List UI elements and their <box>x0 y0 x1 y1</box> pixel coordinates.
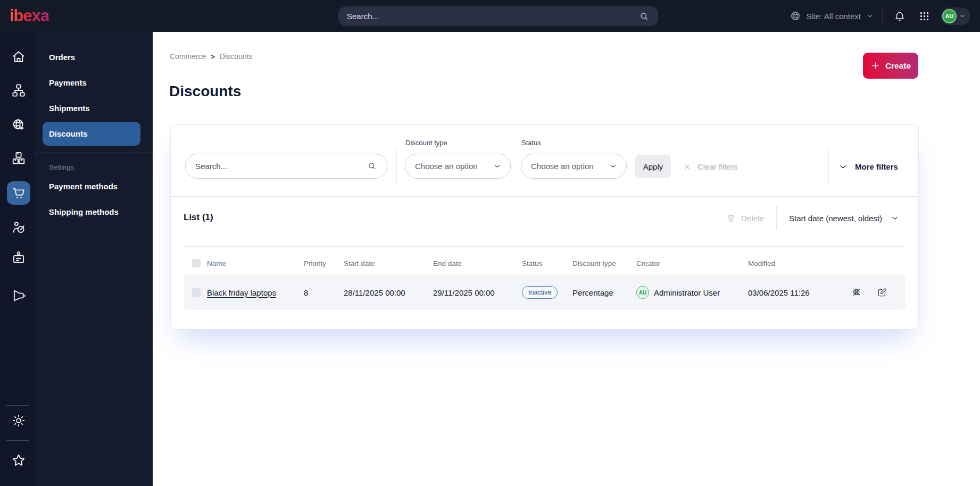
user-menu[interactable]: AU <box>941 7 970 25</box>
topbar-right: Site: All context AU <box>790 0 970 32</box>
clear-filters-button[interactable]: Clear filters <box>683 155 738 178</box>
column-header-start-date: Start date <box>344 259 433 267</box>
column-header-modified: Modified <box>748 259 844 267</box>
sidebar-item-customers[interactable] <box>7 216 30 239</box>
search-icon[interactable] <box>639 11 650 22</box>
menu-item-payment-methods[interactable]: Payment methods <box>35 173 153 199</box>
topbar: ibexa Site: All context <box>0 0 980 32</box>
column-header-end-date: End date <box>433 259 522 267</box>
sidebar-item-marketing[interactable] <box>7 284 30 307</box>
rail-divider <box>6 405 29 406</box>
menu-item-payments[interactable]: Payments <box>35 70 153 95</box>
sidebar-item-content-tree[interactable] <box>7 79 30 102</box>
sidebar-item-id-badge[interactable] <box>7 246 30 270</box>
apply-button[interactable]: Apply <box>635 155 671 178</box>
menu-item-shipments[interactable]: Shipments <box>35 95 153 121</box>
discounts-card: Discount type Choose an option Status Ch… <box>170 124 919 330</box>
content-tree-icon <box>11 82 27 98</box>
menu-item-discounts[interactable]: Discounts <box>43 122 140 146</box>
menu-item-orders[interactable]: Orders <box>35 44 153 70</box>
modified-value: 03/06/2025 11:26 <box>748 288 844 297</box>
table-row: Black friday laptops 8 28/11/2025 00:00 … <box>184 275 906 310</box>
commerce-menu: Orders Payments Shipments Discounts Sett… <box>35 32 153 486</box>
creator-avatar: AU <box>636 286 649 299</box>
table-rule <box>184 246 906 247</box>
chevron-down-icon <box>890 213 900 223</box>
row-checkbox[interactable] <box>192 288 201 297</box>
sidebar-item-bookmarks[interactable] <box>7 449 30 472</box>
column-header-name: Name <box>207 259 304 267</box>
menu-item-shipping-methods[interactable]: Shipping methods <box>35 199 153 224</box>
create-button-label: Create <box>885 61 911 71</box>
column-header-status: Status <box>522 259 572 267</box>
table-header: Name Priority Start date End date Status… <box>184 253 906 274</box>
clear-filters-label: Clear filters <box>697 162 738 171</box>
global-search-input[interactable] <box>347 12 639 21</box>
sidebar-item-commerce[interactable] <box>7 181 30 205</box>
discount-type-value: Choose an option <box>415 162 478 171</box>
discount-name-link[interactable]: Black friday laptops <box>207 288 276 297</box>
create-button[interactable]: Create <box>863 53 918 79</box>
customer-target-icon <box>11 220 27 236</box>
status-label: Status <box>521 139 541 147</box>
global-search[interactable] <box>338 6 658 26</box>
main-nav-rail <box>0 32 35 486</box>
card-divider <box>171 196 918 197</box>
sidebar-item-products[interactable] <box>7 146 30 170</box>
product-boxes-icon <box>11 150 27 166</box>
chevron-down-icon <box>493 162 502 171</box>
main-content: Commerce > Discounts Create Discounts Di… <box>153 32 980 486</box>
status-badge: Inactive <box>522 286 558 299</box>
list-title: List (1) <box>184 212 213 223</box>
sort-selector[interactable]: Start date (newest, oldest) <box>789 209 900 227</box>
breadcrumb-commerce[interactable]: Commerce <box>170 52 206 61</box>
delete-button-label: Delete <box>741 214 764 223</box>
megaphone-icon <box>11 288 27 304</box>
discount-type-label: Discount type <box>405 139 447 147</box>
topbar-divider <box>883 8 883 24</box>
sidebar-item-admin[interactable] <box>7 409 30 432</box>
app-grid-icon[interactable] <box>916 8 932 24</box>
status-value: Choose an option <box>531 162 594 171</box>
select-all-checkbox[interactable] <box>192 259 201 267</box>
priority-value: 8 <box>304 288 344 297</box>
breadcrumb: Commerce > Discounts <box>170 52 253 61</box>
chevron-down-icon <box>959 12 966 20</box>
column-header-creator: Creator <box>636 259 748 267</box>
delete-button[interactable]: Delete <box>726 209 764 227</box>
sort-label: Start date (newest, oldest) <box>789 214 882 223</box>
discount-type-value: Percentage <box>572 288 636 297</box>
discount-type-select[interactable]: Choose an option <box>405 154 511 179</box>
more-filters-toggle[interactable]: More filters <box>838 155 898 178</box>
chevron-down-icon <box>609 162 618 171</box>
edit-icon[interactable] <box>876 287 887 298</box>
chevron-down-icon <box>866 12 874 20</box>
site-globe-icon <box>11 117 27 133</box>
column-header-discount-type: Discount type <box>572 259 636 267</box>
site-context-selector[interactable]: Site: All context <box>790 10 874 22</box>
ibexa-admin-screen: ibexa Site: All context <box>0 0 980 486</box>
gear-icon <box>11 413 27 429</box>
trash-icon <box>726 213 736 223</box>
page-title: Discounts <box>169 83 241 100</box>
notifications-bell-icon[interactable] <box>892 8 908 24</box>
status-select[interactable]: Choose an option <box>521 154 627 179</box>
sidebar-item-site[interactable] <box>7 113 30 137</box>
shopping-cart-icon <box>11 185 27 201</box>
filter-divider <box>828 149 829 183</box>
id-badge-icon <box>11 250 27 266</box>
filter-search[interactable] <box>185 154 387 179</box>
start-date-value: 28/11/2025 00:00 <box>344 288 433 297</box>
filter-search-input[interactable] <box>195 162 367 171</box>
creator-name: Administrator User <box>654 288 720 297</box>
sidebar-item-dashboard[interactable] <box>7 45 30 69</box>
menu-section-settings: Settings <box>35 153 153 173</box>
globe-icon <box>790 10 801 22</box>
site-preview-disabled-icon[interactable] <box>851 287 862 298</box>
more-filters-label: More filters <box>855 162 898 171</box>
home-icon <box>11 49 27 65</box>
close-icon <box>683 162 692 171</box>
site-context-label: Site: All context <box>806 12 861 21</box>
breadcrumb-separator: > <box>211 53 215 61</box>
search-icon <box>367 161 377 171</box>
